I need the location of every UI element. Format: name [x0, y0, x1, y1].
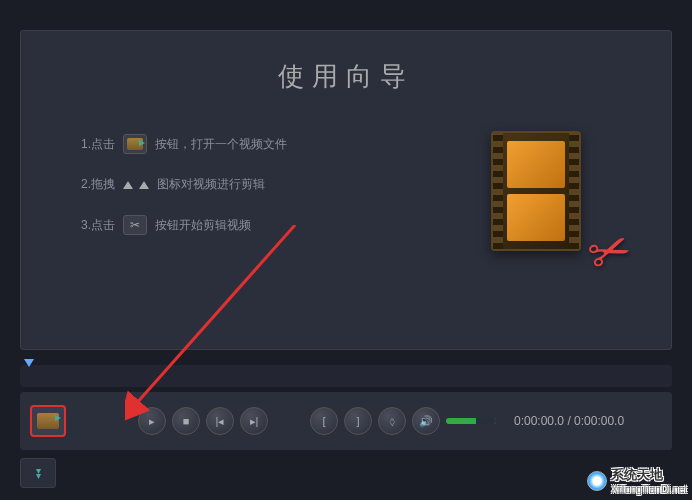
- stop-button[interactable]: ■: [172, 407, 200, 435]
- mark-in-button[interactable]: [: [310, 407, 338, 435]
- trim-markers-icon: [123, 181, 149, 189]
- time-current: 0:00:00.0: [514, 414, 564, 428]
- step3-prefix: 3.点击: [81, 217, 115, 234]
- play-button[interactable]: ▸: [138, 407, 166, 435]
- mark-out-button[interactable]: ]: [344, 407, 372, 435]
- volume-slider[interactable]: [446, 418, 496, 424]
- open-folder-icon: [123, 134, 147, 154]
- time-display: 0:00:00.0 / 0:00:00.0: [514, 414, 624, 428]
- volume-button[interactable]: 🔊: [412, 407, 440, 435]
- playhead-marker[interactable]: [24, 359, 34, 367]
- prev-frame-button[interactable]: |◂: [206, 407, 234, 435]
- preview-canvas: 使用向导 1.点击 按钮，打开一个视频文件 2.拖拽 图标对视频进行剪辑 3.点…: [20, 30, 672, 350]
- step2-suffix: 图标对视频进行剪辑: [157, 176, 265, 193]
- chevron-down-icon: ▾▾: [36, 468, 41, 478]
- step2-prefix: 2.拖拽: [81, 176, 115, 193]
- split-button[interactable]: ⎀: [378, 407, 406, 435]
- timeline[interactable]: [20, 365, 672, 387]
- watermark-brand: 系统天地: [611, 467, 663, 482]
- time-total: 0:00:00.0: [574, 414, 624, 428]
- watermark-logo-icon: [587, 471, 607, 491]
- folder-open-icon: [37, 413, 59, 429]
- film-cut-graphic: ✂: [491, 131, 611, 271]
- playback-controls-bar: ▸ ■ |◂ ▸| [ ] ⎀ 🔊 0:00:00.0 / 0:00:00.0: [20, 392, 672, 450]
- guide-title: 使用向导: [21, 59, 671, 94]
- step1-prefix: 1.点击: [81, 136, 115, 153]
- expand-panel-button[interactable]: ▾▾: [20, 458, 56, 488]
- step3-suffix: 按钮开始剪辑视频: [155, 217, 251, 234]
- open-file-button[interactable]: [30, 405, 66, 437]
- cut-icon: ✂: [123, 215, 147, 235]
- next-frame-button[interactable]: ▸|: [240, 407, 268, 435]
- watermark-url: XiTongTianDi.net: [611, 484, 687, 495]
- watermark: 系统天地 XiTongTianDi.net: [587, 466, 687, 495]
- step1-suffix: 按钮，打开一个视频文件: [155, 136, 287, 153]
